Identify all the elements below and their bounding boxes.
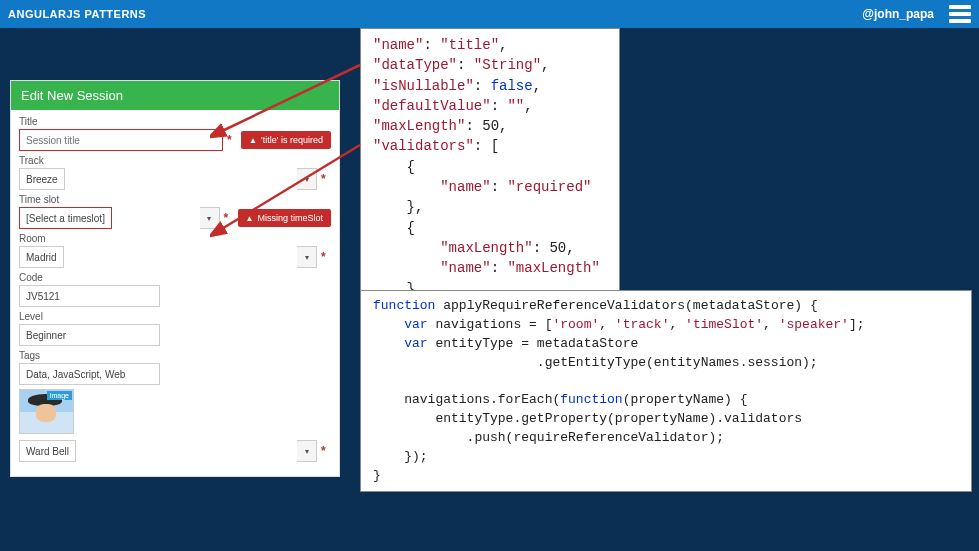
menu-icon[interactable]	[949, 5, 971, 23]
twitter-handle: @john_papa	[862, 7, 934, 21]
field-track: Track Breeze ▾ *	[19, 155, 331, 190]
code-function-snippet: function applyRequireReferenceValidators…	[360, 290, 972, 492]
label-level: Level	[19, 311, 331, 322]
required-indicator: *	[224, 211, 234, 225]
field-level: Level	[19, 311, 331, 346]
field-tags: Tags	[19, 350, 331, 385]
field-room: Room Madrid ▾ *	[19, 233, 331, 268]
required-indicator: *	[321, 250, 331, 264]
page-title: ANGULARJS PATTERNS	[8, 8, 146, 20]
panel-header: Edit New Session	[11, 81, 339, 110]
avatar[interactable]: Image	[19, 389, 74, 434]
chevron-down-icon: ▾	[200, 207, 220, 229]
chevron-down-icon: ▾	[297, 246, 317, 268]
code-json-snippet: "name": "title", "dataType": "String", "…	[360, 28, 620, 326]
required-indicator: *	[321, 444, 331, 458]
input-code[interactable]	[19, 285, 160, 307]
topbar: ANGULARJS PATTERNS @john_papa	[0, 0, 979, 28]
error-badge-timeslot: Missing timeSlot	[238, 209, 331, 227]
select-speaker[interactable]: Ward Bell	[19, 440, 76, 462]
input-tags[interactable]	[19, 363, 160, 385]
chevron-down-icon: ▾	[297, 168, 317, 190]
select-track[interactable]: Breeze	[19, 168, 65, 190]
label-title: Title	[19, 116, 331, 127]
field-title: Title * 'title' is required	[19, 116, 331, 151]
label-track: Track	[19, 155, 331, 166]
error-badge-title: 'title' is required	[241, 131, 331, 149]
chevron-down-icon: ▾	[297, 440, 317, 462]
field-speaker: Ward Bell ▾ *	[19, 440, 331, 462]
required-indicator: *	[227, 133, 237, 147]
label-timeslot: Time slot	[19, 194, 331, 205]
select-timeslot[interactable]: [Select a timeslot]	[19, 207, 112, 229]
label-room: Room	[19, 233, 331, 244]
input-level[interactable]	[19, 324, 160, 346]
field-timeslot: Time slot [Select a timeslot] ▾ * Missin…	[19, 194, 331, 229]
input-title[interactable]	[19, 129, 223, 151]
label-tags: Tags	[19, 350, 331, 361]
select-room[interactable]: Madrid	[19, 246, 64, 268]
label-code: Code	[19, 272, 331, 283]
image-badge: Image	[47, 391, 72, 400]
field-code: Code	[19, 272, 331, 307]
edit-session-panel: Edit New Session Title * 'title' is requ…	[10, 80, 340, 477]
required-indicator: *	[321, 172, 331, 186]
